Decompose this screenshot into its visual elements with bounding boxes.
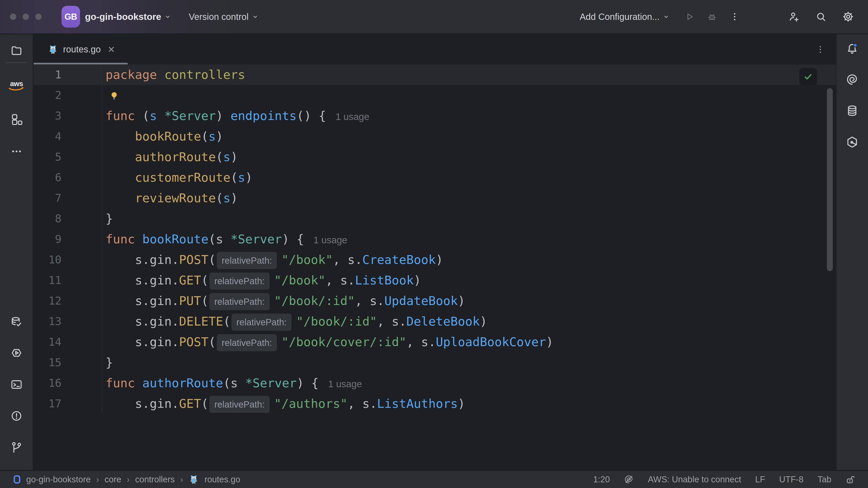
code-token: ) xyxy=(546,335,553,349)
code-token: controllers xyxy=(164,68,245,82)
line-number: 4 xyxy=(33,126,61,147)
terminal-tool-button[interactable] xyxy=(7,375,26,394)
run-configuration-selector[interactable]: Add Configuration... xyxy=(580,12,659,22)
ai-assistant-tool-button[interactable] xyxy=(843,70,862,89)
code-token: *Server xyxy=(164,109,216,123)
more-tool-windows-button[interactable] xyxy=(7,142,26,161)
line-number: 5 xyxy=(33,147,61,167)
code-token: () { xyxy=(297,109,326,123)
code-token: customerRoute xyxy=(135,170,230,185)
window-minimize-button[interactable] xyxy=(23,13,29,20)
go-file-icon xyxy=(48,44,58,55)
ai-assistant-spiral-icon xyxy=(846,73,859,86)
ai-assistant-off-widget[interactable] xyxy=(624,475,634,484)
indent-widget[interactable]: Tab xyxy=(817,475,831,484)
parameter-hint-chip[interactable]: relativePath: xyxy=(217,334,277,351)
add-user-button[interactable] xyxy=(786,8,802,25)
line-number: 12 xyxy=(33,291,61,311)
code-token: ) xyxy=(216,129,223,143)
database-tool-button[interactable] xyxy=(843,101,862,120)
project-badge[interactable]: GB xyxy=(61,6,80,28)
code-token: package xyxy=(105,68,157,82)
breadcrumb-separator: › xyxy=(127,475,129,485)
code-token: ) { xyxy=(282,232,304,246)
chevron-down-icon xyxy=(663,13,670,20)
code-token: ) xyxy=(216,109,230,123)
breadcrumb-item-core[interactable]: core xyxy=(105,475,121,484)
debug-button[interactable] xyxy=(704,8,720,25)
close-tab-icon[interactable]: ✕ xyxy=(107,45,115,54)
window-zoom-button[interactable] xyxy=(35,13,41,20)
breadcrumb-item-file[interactable]: routes.go xyxy=(204,475,240,484)
status-bar: go-gin-bookstore › core › controllers › … xyxy=(0,470,868,488)
code-token: , s. xyxy=(326,273,355,287)
parameter-hint-chip[interactable]: relativePath: xyxy=(231,314,291,331)
more-vertical-icon xyxy=(815,45,825,54)
intention-lightbulb-icon[interactable] xyxy=(109,91,120,101)
breadcrumb: go-gin-bookstore › core › controllers › … xyxy=(13,474,240,485)
line-number: 1 xyxy=(33,64,61,85)
breadcrumb-item-project[interactable]: go-gin-bookstore xyxy=(26,475,91,484)
code-token xyxy=(105,129,135,143)
aws-connection-status[interactable]: AWS: Unable to connect xyxy=(648,475,741,484)
services-tool-button[interactable] xyxy=(7,344,26,362)
project-tool-button[interactable] xyxy=(7,41,26,60)
vertical-scrollbar-thumb[interactable] xyxy=(827,88,833,271)
breadcrumb-item-controllers[interactable]: controllers xyxy=(135,475,175,484)
parameter-hint-chip[interactable]: relativePath: xyxy=(209,272,270,290)
code-line: func (s *Server) endpoints() {1 usage xyxy=(105,105,369,126)
structure-tool-button[interactable] xyxy=(7,110,26,129)
vcs-widget[interactable]: Version control xyxy=(189,12,249,22)
more-vertical-icon[interactable] xyxy=(726,8,743,25)
code-token: s xyxy=(223,150,230,164)
code-token: s xyxy=(209,129,216,143)
usages-inlay-hint[interactable]: 1 usage xyxy=(336,111,369,122)
code-token: } xyxy=(105,355,113,369)
usages-inlay-hint[interactable]: 1 usage xyxy=(328,379,362,389)
code-token: ( xyxy=(201,396,209,411)
goland-ide-window: GB go-gin-bookstore Version control Add … xyxy=(0,0,868,488)
usages-inlay-hint[interactable]: 1 usage xyxy=(313,235,347,246)
code-token: ( xyxy=(201,129,209,143)
code-token: s xyxy=(238,170,245,185)
editor-tab-bar: routes.go ✕ xyxy=(33,34,836,64)
write-access-widget[interactable] xyxy=(845,475,855,484)
database-changes-tool-button[interactable] xyxy=(7,313,26,332)
code-token: func xyxy=(105,376,135,390)
hexagon-node-icon xyxy=(846,135,859,149)
more-horizontal-icon xyxy=(11,145,22,157)
run-button[interactable] xyxy=(681,8,698,25)
code-line: } xyxy=(105,208,113,229)
code-token: DELETE xyxy=(179,314,223,328)
parameter-hint-chip[interactable]: relativePath: xyxy=(209,293,270,310)
line-ending-widget[interactable]: LF xyxy=(755,475,765,484)
inspections-widget[interactable] xyxy=(799,68,817,86)
window-close-button[interactable] xyxy=(10,13,16,20)
line-number: 16 xyxy=(33,373,61,393)
problems-tool-button[interactable] xyxy=(7,406,26,425)
code-token: ) xyxy=(458,294,465,308)
aws-tool-button[interactable]: aws xyxy=(7,76,26,95)
code-line: package controllers xyxy=(105,64,245,85)
project-module-icon xyxy=(13,475,21,484)
code-editor[interactable]: 12345678910111213141516171819 package co… xyxy=(33,64,836,413)
commit-vcs-tool-button[interactable] xyxy=(7,438,26,457)
dependencies-tool-button[interactable] xyxy=(843,133,862,152)
encoding-widget[interactable]: UTF-8 xyxy=(779,475,804,484)
svg-text:aws: aws xyxy=(10,79,23,88)
tab-options-menu[interactable] xyxy=(815,45,825,54)
caret-position-widget[interactable]: 1:20 xyxy=(593,475,610,484)
tab-routes-go[interactable]: routes.go ✕ xyxy=(34,34,128,64)
code-token: bookRoute xyxy=(135,129,201,143)
notifications-tool-button[interactable] xyxy=(843,39,862,58)
parameter-hint-chip[interactable]: relativePath: xyxy=(217,252,277,269)
window-controls[interactable] xyxy=(10,13,41,20)
settings-gear-icon[interactable] xyxy=(840,8,856,25)
code-token: s.gin. xyxy=(105,253,179,267)
parameter-hint-chip[interactable]: relativePath: xyxy=(209,396,270,413)
search-icon[interactable] xyxy=(813,8,829,25)
code-token: ListAuthors xyxy=(377,396,458,411)
active-tab-underline xyxy=(34,63,128,64)
line-number: 8 xyxy=(33,208,61,229)
project-selector[interactable]: go-gin-bookstore xyxy=(85,11,161,22)
